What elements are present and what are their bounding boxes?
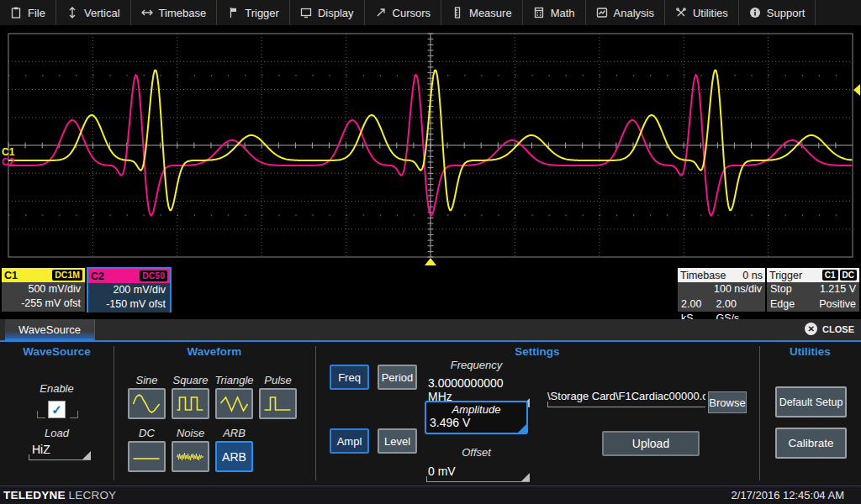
section-title-wavesource: WaveSource [0,345,114,358]
trigger-time-marker[interactable] [425,258,436,265]
trigger-source-chip: C1 [822,270,838,281]
channel-descriptor-c1[interactable]: C1 DC1M 500 mV/div -255 mV ofst [2,268,85,312]
section-divider [759,346,760,480]
waveform-cell-sine: Sine [128,374,166,419]
load-label: Load [0,427,114,439]
waveform-cell-triangle: Triangle [215,374,253,419]
brand-logo: TELEDYNELECROY [3,489,116,501]
menu-item-cursors[interactable]: Cursors [365,0,442,25]
channel-header-c2: C2 DC50 [88,269,170,283]
trigger-icon [227,7,239,18]
display-icon [300,7,312,18]
menu-item-math[interactable]: Math [523,0,586,25]
enable-label: Enable [0,382,114,395]
trigger-descriptor[interactable]: Trigger C1 DC Stop 1.215 V Edge Positive [767,268,859,312]
trigger-mode: Stop [770,282,792,297]
period-button[interactable]: Period [378,365,417,390]
coupling-badge: DC50 [140,270,167,281]
sine-icon [131,393,162,415]
upload-button[interactable]: Upload [602,431,700,456]
noise-icon [175,446,206,468]
waveform-button-dc[interactable] [128,441,166,472]
dialog-tab-bar: WaveSource ✕ CLOSE [0,319,861,342]
waveform-button-label: Sine [135,374,157,388]
waveform-button-label: ARB [223,427,246,441]
triangle-icon [219,393,250,415]
close-button[interactable]: ✕ CLOSE [805,323,854,335]
freq-button[interactable]: Freq [330,365,369,390]
waveform-button-pulse[interactable] [259,388,297,419]
close-label: CLOSE [822,324,854,334]
waveform-button-noise[interactable] [172,441,209,472]
menu-item-vertical[interactable]: Vertical [56,0,131,25]
menu-item-label: Utilities [693,7,728,19]
tab-wavesource[interactable]: WaveSource [5,319,95,340]
menu-item-trigger[interactable]: Trigger [217,0,290,25]
trigger-level-marker[interactable] [853,84,860,96]
pulse-icon [262,393,293,415]
level-button[interactable]: Level [378,428,417,454]
status-bar: TELEDYNELECROY 2/17/2016 12:45:04 AM [0,486,861,504]
menu-item-label: Display [318,7,354,19]
waveform-button-square[interactable] [172,388,209,419]
channel-scale: 500 mV/div [6,282,81,297]
section-divider [315,346,316,480]
section-divider [114,346,114,480]
channel-descriptor-c2[interactable]: C2 DC50 200 mV/div -150 mV ofst [87,267,172,312]
timebase-icon [141,7,153,18]
brand-secondary: LECROY [69,489,117,501]
calibrate-button[interactable]: Calibrate [775,428,847,459]
square-icon [175,393,206,415]
channel-offset: -150 mV ofst [92,297,166,312]
waveform-cell-dc: DC [128,427,166,472]
menu-item-label: Support [767,7,806,19]
wavesource-panel: WaveSource Waveform Settings Utilities E… [0,342,861,486]
menu-item-timebase[interactable]: Timebase [131,0,218,25]
close-icon: ✕ [805,323,817,335]
analysis-icon [596,7,608,18]
amplitude-value: 3.496 V [426,416,526,429]
menu-item-file[interactable]: File [0,0,56,25]
default-setup-button[interactable]: Default Setup [775,386,847,417]
waveform-button-triangle[interactable] [215,388,253,419]
menu-item-display[interactable]: Display [290,0,365,25]
trigger-coupling-chip: DC [840,270,857,281]
channel-offset: -255 mV ofst [6,297,81,311]
timebase-delay: 0 ns [742,270,763,281]
focus-bracket [70,411,78,418]
menu-item-label: File [28,7,45,19]
browse-button[interactable]: Browse [708,391,747,413]
menu-item-analysis[interactable]: Analysis [586,0,665,25]
enable-checkbox[interactable]: ✓ [48,401,66,418]
ampl-button[interactable]: Ampl [330,428,369,454]
menu-item-measure[interactable]: Measure [441,0,523,25]
amplitude-field[interactable]: Amplitude 3.496 V [425,401,528,434]
offset-label: Offset [425,446,528,459]
channel-label-c2: C2 [2,156,15,168]
waveform-cell-arb: ARBARB [215,427,253,472]
load-select[interactable]: HiZ [29,442,91,460]
menu-item-support[interactable]: Support [739,0,816,25]
waveform-button-label: Square [173,374,209,388]
channel-header-c1: C1 DC1M [2,268,85,282]
section-title-settings: Settings [315,345,759,358]
menu-item-label: Measure [469,7,512,19]
timebase-descriptor[interactable]: Timebase 0 ns 100 ns/div 2.00 kS 2.00 GS… [678,268,765,312]
menu-item-utilities[interactable]: Utilities [665,0,739,25]
amplitude-label: Amplitude [426,403,526,416]
file-path-field[interactable]: \Storage Card\F1Cardiac00000.c [547,390,705,407]
cursors-icon [375,7,387,18]
vertical-icon [66,7,78,18]
math-icon [533,7,545,18]
waveform-button-arb[interactable]: ARB [215,441,253,472]
menu-bar: FileVerticalTimebaseTriggerDisplayCursor… [0,0,861,27]
waveform-button-sine[interactable] [128,388,166,419]
offset-field[interactable]: 0 mV [426,464,530,482]
waveform-button-grid: SineSquareTrianglePulseDCNoiseARBARB [128,374,297,472]
brand-primary: TELEDYNE [3,489,66,501]
datetime: 2/17/2016 12:45:04 AM [732,489,844,501]
section-title-utilities: Utilities [759,345,861,358]
waveform-button-label: Triangle [215,374,254,388]
channel-scale: 200 mV/div [92,283,166,297]
waveform-button-label: Noise [177,427,204,441]
